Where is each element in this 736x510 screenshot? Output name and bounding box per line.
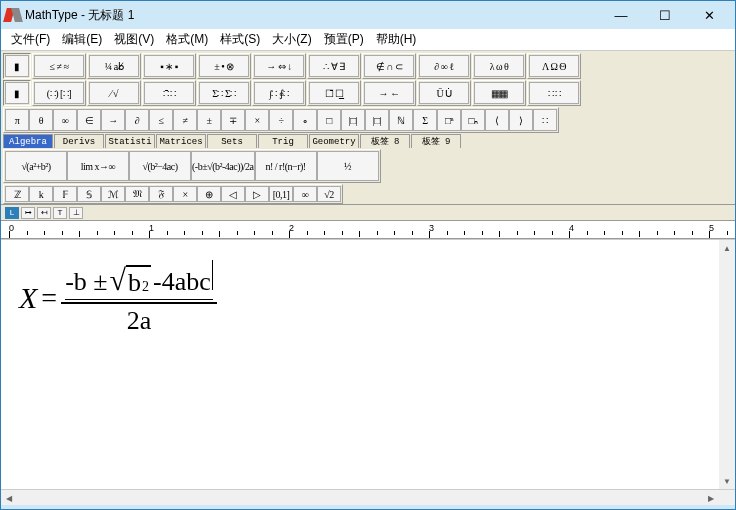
symbol-button[interactable]: |□| (365, 109, 389, 131)
symbol-button[interactable]: |□| (341, 109, 365, 131)
tab-statisti[interactable]: Statisti (105, 134, 155, 148)
scroll-track[interactable] (17, 490, 703, 505)
symbol-button[interactable]: π (5, 109, 29, 131)
palette-boxes[interactable]: ∷ ∷ (529, 82, 579, 104)
equation-lhs[interactable]: X (19, 281, 37, 315)
align-button[interactable]: ↦ (21, 207, 35, 219)
symbol-small-button[interactable]: ℳ (101, 186, 125, 202)
align-button[interactable]: L (5, 207, 19, 219)
radicand[interactable]: b 2 (126, 265, 151, 298)
palette-operators[interactable]: ± • ⊗ (199, 55, 249, 77)
symbol-small-button[interactable]: 𝕊 (77, 186, 101, 202)
denominator[interactable]: 2a (127, 304, 152, 336)
palette-greek-upper[interactable]: Λ Ω Θ (529, 55, 579, 77)
symbol-button[interactable]: □ⁿ (437, 109, 461, 131)
menu-format[interactable]: 格式(M) (160, 29, 214, 50)
menu-preset[interactable]: 预置(P) (318, 29, 370, 50)
menu-help[interactable]: 帮助(H) (370, 29, 423, 50)
symbol-small-button[interactable]: ⊕ (197, 186, 221, 202)
palette-greek-lower[interactable]: λ ω θ (474, 55, 524, 77)
sqrt[interactable]: √ b 2 (110, 265, 151, 298)
menu-file[interactable]: 文件(F) (5, 29, 56, 50)
symbol-button[interactable]: □ (317, 109, 341, 131)
tab-derivs[interactable]: Derivs (54, 134, 104, 148)
scroll-down-icon[interactable]: ▼ (719, 473, 735, 489)
symbol-button[interactable]: □ₙ (461, 109, 485, 131)
symbol-button[interactable]: ∓ (221, 109, 245, 131)
toolbar-handle[interactable]: ▮ (5, 55, 29, 77)
symbol-small-button[interactable]: 𝔽 (53, 186, 77, 202)
horizontal-scrollbar[interactable]: ◀ ▶ (1, 489, 735, 505)
palette-bars[interactable]: ☐̄ ☐̲ (309, 82, 359, 104)
palette-relational[interactable]: ≤ ≠ ≈ (34, 55, 84, 77)
align-button[interactable]: T (53, 207, 67, 219)
maximize-button[interactable]: ☐ (643, 1, 687, 29)
align-button[interactable]: ↤ (37, 207, 51, 219)
tab-板签 8[interactable]: 板签 8 (360, 134, 410, 148)
scroll-up-icon[interactable]: ▲ (719, 240, 735, 256)
palette-set[interactable]: ∉ ∩ ⊂ (364, 55, 414, 77)
palette-labeled-arrows[interactable]: → ← (364, 82, 414, 104)
menu-style[interactable]: 样式(S) (214, 29, 266, 50)
symbol-small-button[interactable]: √2 (317, 186, 341, 202)
symbol-button[interactable]: → (101, 109, 125, 131)
palette-fences[interactable]: (∷) [∷] (34, 82, 84, 104)
template-button[interactable]: n! / r!(n−r)! (255, 151, 317, 181)
symbol-button[interactable]: ⟩ (509, 109, 533, 131)
template-button[interactable]: √(a²+b²) (5, 151, 67, 181)
symbol-small-button[interactable]: 𝔉 (149, 186, 173, 202)
radicand-exp[interactable]: 2 (142, 279, 149, 295)
symbol-button[interactable]: ÷ (269, 109, 293, 131)
symbol-small-button[interactable]: ℤ (5, 186, 29, 202)
symbol-button[interactable]: ∂ (125, 109, 149, 131)
minimize-button[interactable]: — (599, 1, 643, 29)
radicand-base[interactable]: b (128, 268, 141, 298)
palette-sums[interactable]: Σ∷ Σ∷ (199, 82, 249, 104)
symbol-small-button[interactable]: × (173, 186, 197, 202)
symbol-button[interactable]: ℕ (389, 109, 413, 131)
tab-geometry[interactable]: Geometry (309, 134, 359, 148)
palette-arrows[interactable]: → ⇔ ↓ (254, 55, 304, 77)
symbol-small-button[interactable]: ▷ (245, 186, 269, 202)
menu-view[interactable]: 视图(V) (108, 29, 160, 50)
ruler[interactable]: 012345 (1, 221, 735, 239)
symbol-button[interactable]: ≠ (173, 109, 197, 131)
symbol-button[interactable]: ≤ (149, 109, 173, 131)
palette-integrals[interactable]: ∫∷ ∮∷ (254, 82, 304, 104)
tab-trig[interactable]: Trig (258, 134, 308, 148)
symbol-button[interactable]: ⟨ (485, 109, 509, 131)
symbol-button[interactable]: θ (29, 109, 53, 131)
num-suffix[interactable]: -4abc (153, 267, 211, 297)
palette-misc[interactable]: ∂ ∞ ℓ (419, 55, 469, 77)
tab-板签 9[interactable]: 板签 9 (411, 134, 461, 148)
symbol-button[interactable]: ∷ (533, 109, 557, 131)
template-button[interactable]: (-b±√(b²-4ac))/2a (191, 151, 255, 181)
vertical-scrollbar[interactable]: ▲ ▼ (719, 240, 735, 489)
align-button[interactable]: ⊥ (69, 207, 83, 219)
palette-products[interactable]: Ū U̇ (419, 82, 469, 104)
equals-sign[interactable]: = (41, 282, 57, 314)
scroll-left-icon[interactable]: ◀ (1, 490, 17, 506)
palette-matrices[interactable]: ▦▦ (474, 82, 524, 104)
symbol-button[interactable]: × (245, 109, 269, 131)
symbol-small-button[interactable]: k (29, 186, 53, 202)
menu-size[interactable]: 大小(Z) (266, 29, 317, 50)
palette-fractions[interactable]: ⁄ √ (89, 82, 139, 104)
palette-embellish[interactable]: ▪ ∗ ▪ (144, 55, 194, 77)
tab-sets[interactable]: Sets (207, 134, 257, 148)
symbol-small-button[interactable]: ◁ (221, 186, 245, 202)
symbol-small-button[interactable]: 𝔐 (125, 186, 149, 202)
symbol-button[interactable]: Σ (413, 109, 437, 131)
scroll-right-icon[interactable]: ▶ (703, 490, 719, 506)
symbol-small-button[interactable]: ∞ (293, 186, 317, 202)
palette-logic[interactable]: ∴ ∀ ∃ (309, 55, 359, 77)
template-button[interactable]: lim x→∞ (67, 151, 129, 181)
symbol-small-button[interactable]: [0,1] (269, 186, 293, 202)
template-button[interactable]: √(b²−4ac) (129, 151, 191, 181)
equation[interactable]: X = -b ± √ b 2 -4abc (19, 260, 217, 336)
symbol-button[interactable]: ∘ (293, 109, 317, 131)
tab-algebra[interactable]: Algebra (3, 134, 53, 148)
fraction[interactable]: -b ± √ b 2 -4abc 2a (61, 260, 217, 336)
tab-matrices[interactable]: Matrices (156, 134, 206, 148)
numerator[interactable]: -b ± √ b 2 -4abc (61, 260, 217, 304)
